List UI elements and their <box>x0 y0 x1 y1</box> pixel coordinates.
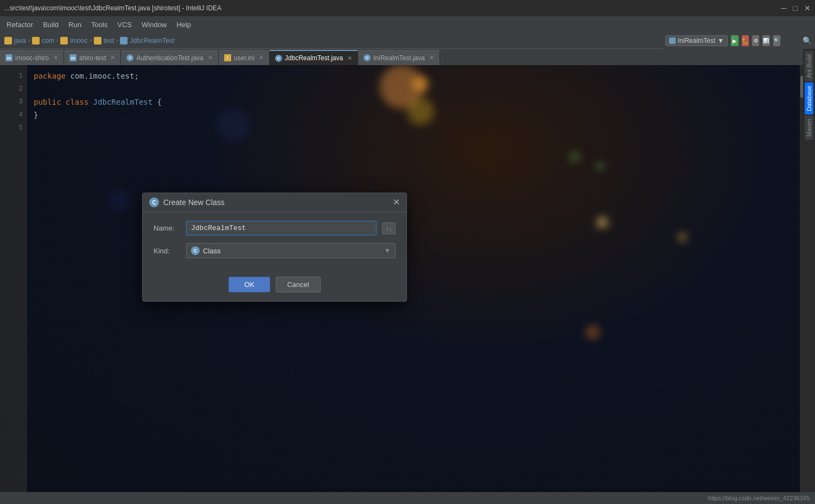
kind-select[interactable]: C Class ▼ <box>186 243 396 258</box>
kind-icon-label: C <box>194 248 198 253</box>
kind-value: Class <box>203 247 221 255</box>
dropdown-arrow-icon: ▼ <box>384 247 391 254</box>
dialog-title-left: C Create New Class <box>149 197 225 207</box>
dialog-footer: OK Cancel <box>143 275 406 301</box>
dialog-title-text: Create New Class <box>163 198 225 207</box>
dialog-icon-label: C <box>152 200 156 206</box>
ok-button[interactable]: OK <box>228 277 270 292</box>
dialog-title-bar: C Create New Class ✕ <box>143 193 406 212</box>
dialog-close-button[interactable]: ✕ <box>393 198 400 207</box>
kind-class-icon: C <box>191 246 200 255</box>
create-class-dialog: C Create New Class ✕ Name: ↑↓ Kind: C <box>142 193 407 302</box>
name-input[interactable] <box>186 221 377 235</box>
dialog-body: Name: ↑↓ Kind: C Class ▼ <box>143 212 406 275</box>
kind-select-inner: C Class <box>191 246 221 255</box>
dialog-name-row: Name: ↑↓ <box>154 221 396 235</box>
kind-label: Kind: <box>154 247 181 255</box>
sort-button[interactable]: ↑↓ <box>382 222 396 234</box>
name-label: Name: <box>154 224 181 232</box>
cancel-button[interactable]: Cancel <box>276 277 320 292</box>
modal-overlay: C Create New Class ✕ Name: ↑↓ Kind: C <box>0 0 815 504</box>
dialog-kind-row: Kind: C Class ▼ <box>154 243 396 258</box>
dialog-class-icon: C <box>149 197 159 207</box>
